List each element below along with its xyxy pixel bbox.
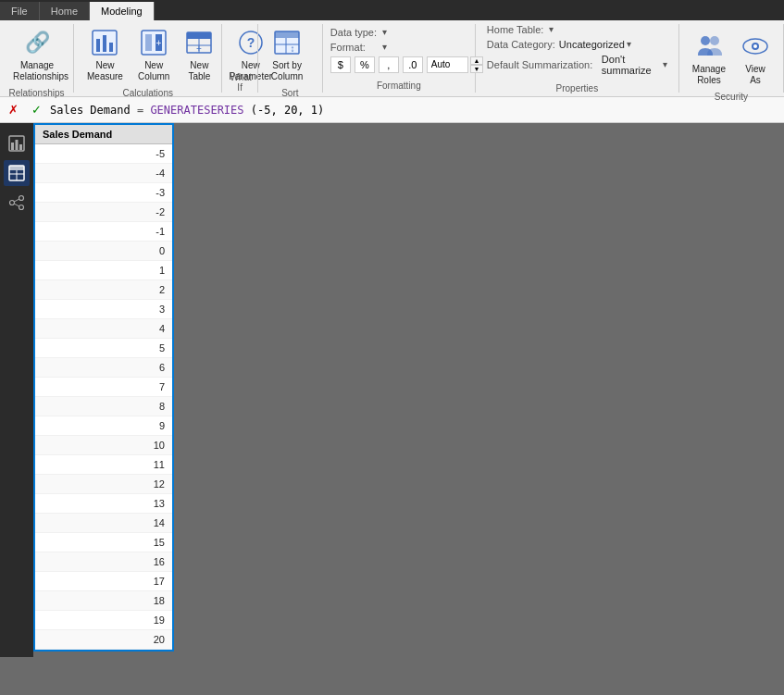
manage-relationships-icon: 🔗 bbox=[22, 28, 52, 57]
new-column-button[interactable]: + New Column bbox=[132, 24, 175, 86]
table-cell: 6 bbox=[35, 362, 172, 373]
ribbon-group-relationships: 🔗 Manage Relationships Relationships bbox=[0, 24, 74, 93]
table-header: Sales Demand bbox=[35, 125, 172, 144]
ribbon-group-properties: Home Table: ▾ Data Category: Uncategoriz… bbox=[476, 24, 679, 93]
svg-text:+: + bbox=[156, 38, 162, 48]
formula-confirm-button[interactable]: ✓ bbox=[27, 100, 46, 119]
data-type-dropdown[interactable]: ▾ bbox=[382, 27, 387, 37]
table-cell: 13 bbox=[35, 498, 172, 509]
default-summarization-dropdown[interactable]: ▾ bbox=[663, 59, 667, 69]
formatting-group-label: Formatting bbox=[330, 79, 467, 91]
table-cell: 17 bbox=[35, 576, 172, 587]
table-row: 11 bbox=[35, 455, 172, 475]
svg-point-35 bbox=[19, 205, 24, 210]
format-dropdown[interactable]: ▾ bbox=[382, 42, 387, 52]
ribbon-group-whatif: What If bbox=[222, 24, 257, 93]
new-column-icon: + bbox=[139, 28, 168, 57]
table-cell: 19 bbox=[35, 614, 172, 626]
sort-by-column-label: Sort by Column bbox=[271, 60, 303, 82]
data-category-dropdown[interactable]: ▾ bbox=[627, 39, 631, 49]
sidebar-data-button[interactable] bbox=[4, 160, 30, 186]
table-cell: -3 bbox=[35, 187, 172, 198]
left-sidebar bbox=[0, 123, 33, 657]
formula-function: GENERATESERIES bbox=[150, 104, 243, 117]
tab-modeling[interactable]: Modeling bbox=[90, 2, 155, 20]
new-column-label: New Column bbox=[138, 60, 169, 82]
table-row: 16 bbox=[35, 552, 172, 572]
table-cell: 3 bbox=[35, 304, 172, 315]
home-table-value: ▾ bbox=[547, 24, 554, 34]
table-row: 19 bbox=[35, 611, 172, 630]
sort-items: ↕ Sort by Column bbox=[266, 24, 308, 86]
manage-roles-button[interactable]: Manage Roles bbox=[687, 28, 731, 90]
ribbon-group-sort: ↕ Sort by Column Sort bbox=[258, 24, 323, 93]
relationships-items: 🔗 Manage Relationships bbox=[7, 24, 67, 86]
table-row: 10 bbox=[35, 436, 172, 455]
svg-rect-4 bbox=[142, 31, 166, 55]
table-cell: 5 bbox=[35, 342, 172, 354]
data-type-label: Data type: bbox=[330, 27, 377, 38]
data-category-row: Data Category: Uncategorized ▾ bbox=[487, 39, 667, 50]
new-measure-label: New Measure bbox=[87, 60, 123, 82]
sidebar-model-button[interactable] bbox=[4, 190, 30, 216]
svg-line-37 bbox=[14, 204, 19, 206]
table-cell: 12 bbox=[35, 478, 172, 490]
table-cell: 20 bbox=[35, 634, 172, 645]
sort-by-column-button[interactable]: ↕ Sort by Column bbox=[266, 24, 308, 86]
data-type-value: ▾ bbox=[380, 27, 387, 37]
manage-relationships-label: Manage Relationships bbox=[13, 60, 61, 82]
new-table-button[interactable]: + New Table bbox=[179, 24, 219, 86]
table-row: 13 bbox=[35, 494, 172, 514]
format-buttons-row: $ % , .0 ▲ ▼ bbox=[330, 56, 467, 73]
svg-point-33 bbox=[10, 201, 15, 205]
formula-equals: = bbox=[137, 104, 150, 117]
auto-format-input[interactable] bbox=[427, 56, 468, 73]
table-container: Sales Demand -5-4-3-2-101234567891011121… bbox=[33, 123, 174, 652]
ribbon: 🔗 Manage Relationships Relationships bbox=[0, 20, 784, 97]
table-cell: -5 bbox=[35, 148, 172, 159]
table-row: 20 bbox=[35, 630, 172, 650]
table-row: -2 bbox=[35, 203, 172, 222]
currency-button[interactable]: $ bbox=[330, 56, 351, 73]
view-as-label: View As bbox=[745, 64, 765, 86]
table-cell: 8 bbox=[35, 401, 172, 412]
table-cell: 18 bbox=[35, 595, 172, 606]
main-area: Sales Demand -5-4-3-2-101234567891011121… bbox=[0, 123, 784, 657]
svg-line-36 bbox=[14, 199, 19, 202]
data-category-label: Data Category: bbox=[487, 39, 555, 50]
home-table-dropdown[interactable]: ▾ bbox=[549, 24, 554, 34]
tab-file[interactable]: File bbox=[0, 2, 40, 20]
table-row: 1 bbox=[35, 261, 172, 280]
table-cell: 15 bbox=[35, 537, 172, 548]
svg-rect-1 bbox=[96, 39, 100, 52]
format-row: Format: ▾ bbox=[330, 42, 467, 53]
manage-relationships-button[interactable]: 🔗 Manage Relationships bbox=[7, 24, 67, 86]
table-cell: 11 bbox=[35, 459, 172, 470]
formula-args: (-5, 20, 1) bbox=[251, 104, 324, 117]
percent-button[interactable]: % bbox=[355, 56, 375, 73]
table-cell: 16 bbox=[35, 556, 172, 567]
svg-point-20 bbox=[701, 36, 710, 45]
formula-bar: ✗ ✓ Sales Demand = GENERATESERIES (-5, 2… bbox=[0, 97, 784, 123]
table-cell: 10 bbox=[35, 440, 172, 451]
view-as-button[interactable]: View As bbox=[735, 28, 776, 90]
comma-button[interactable]: , bbox=[379, 56, 399, 73]
new-measure-button[interactable]: New Measure bbox=[81, 24, 129, 86]
format-label: Format: bbox=[330, 42, 377, 53]
table-row: -4 bbox=[35, 164, 172, 183]
new-table-label: New Table bbox=[188, 60, 210, 82]
default-summarization-row: Default Summarization: Don't summarize ▾ bbox=[487, 54, 667, 76]
table-cell: 9 bbox=[35, 420, 172, 431]
svg-rect-16 bbox=[275, 31, 299, 38]
formula-text: Sales Demand = GENERATESERIES (-5, 20, 1… bbox=[50, 104, 780, 117]
sort-by-column-icon: ↕ bbox=[272, 28, 302, 57]
formula-cancel-button[interactable]: ✗ bbox=[4, 100, 23, 119]
svg-rect-2 bbox=[103, 35, 106, 52]
decimal-decrease-button[interactable]: .0 bbox=[403, 56, 423, 73]
tab-home[interactable]: Home bbox=[40, 2, 90, 20]
sidebar-report-button[interactable] bbox=[4, 130, 30, 156]
ribbon-content: 🔗 Manage Relationships Relationships bbox=[0, 20, 784, 96]
table-row: 15 bbox=[35, 533, 172, 552]
properties-group-label: Properties bbox=[487, 81, 667, 93]
table-row: 8 bbox=[35, 397, 172, 416]
